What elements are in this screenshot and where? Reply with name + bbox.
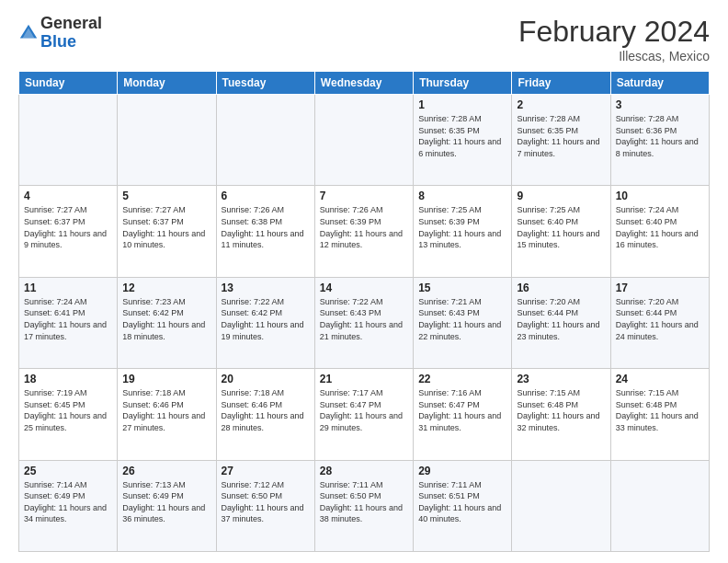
day-number: 11 [24,282,112,294]
day-number: 17 [616,282,704,294]
week-row-0: 1Sunrise: 7:28 AMSunset: 6:35 PMDaylight… [19,95,710,186]
calendar-cell: 22Sunrise: 7:16 AMSunset: 6:47 PMDayligh… [414,369,512,460]
weekday-header-monday: Monday [118,72,216,95]
day-number: 22 [418,373,506,385]
day-info: Sunrise: 7:23 AMSunset: 6:42 PMDaylight:… [122,296,210,342]
week-row-1: 4Sunrise: 7:27 AMSunset: 6:37 PMDaylight… [19,186,710,277]
calendar-cell: 25Sunrise: 7:14 AMSunset: 6:49 PMDayligh… [19,460,118,551]
day-number: 12 [122,282,210,294]
calendar-cell: 16Sunrise: 7:20 AMSunset: 6:44 PMDayligh… [512,277,610,368]
weekday-header-wednesday: Wednesday [314,72,413,95]
weekday-header-tuesday: Tuesday [216,72,314,95]
calendar-cell [610,460,709,551]
weekday-header-thursday: Thursday [414,72,512,95]
weekday-header-saturday: Saturday [610,72,709,95]
calendar-cell: 19Sunrise: 7:18 AMSunset: 6:46 PMDayligh… [118,369,216,460]
calendar-cell: 1Sunrise: 7:28 AMSunset: 6:35 PMDaylight… [414,95,512,186]
day-info: Sunrise: 7:12 AMSunset: 6:50 PMDaylight:… [222,479,310,525]
day-info: Sunrise: 7:15 AMSunset: 6:48 PMDaylight:… [517,387,605,433]
calendar-cell: 8Sunrise: 7:25 AMSunset: 6:39 PMDaylight… [414,186,512,277]
day-number: 9 [517,190,605,202]
day-info: Sunrise: 7:26 AMSunset: 6:38 PMDaylight:… [222,204,310,250]
logo-blue-text: Blue [40,32,76,51]
month-year: February 2024 [518,15,710,49]
day-info: Sunrise: 7:18 AMSunset: 6:46 PMDaylight:… [222,387,310,433]
day-info: Sunrise: 7:28 AMSunset: 6:35 PMDaylight:… [418,113,506,159]
location: Illescas, Mexico [518,49,710,63]
calendar-page: General Blue February 2024 Illescas, Mex… [0,0,728,563]
day-number: 18 [24,373,112,385]
calendar-header: SundayMondayTuesdayWednesdayThursdayFrid… [19,72,710,95]
day-info: Sunrise: 7:28 AMSunset: 6:35 PMDaylight:… [517,113,605,159]
calendar-cell: 21Sunrise: 7:17 AMSunset: 6:47 PMDayligh… [314,369,413,460]
day-info: Sunrise: 7:27 AMSunset: 6:37 PMDaylight:… [24,204,112,250]
header: General Blue February 2024 Illescas, Mex… [18,15,710,63]
calendar-cell: 13Sunrise: 7:22 AMSunset: 6:42 PMDayligh… [216,277,314,368]
day-info: Sunrise: 7:21 AMSunset: 6:43 PMDaylight:… [418,296,506,342]
day-info: Sunrise: 7:20 AMSunset: 6:44 PMDaylight:… [616,296,704,342]
day-number: 21 [320,373,408,385]
day-number: 15 [418,282,506,294]
calendar-cell: 3Sunrise: 7:28 AMSunset: 6:36 PMDaylight… [610,95,709,186]
day-info: Sunrise: 7:20 AMSunset: 6:44 PMDaylight:… [517,296,605,342]
day-number: 13 [222,282,310,294]
day-info: Sunrise: 7:27 AMSunset: 6:37 PMDaylight:… [122,204,210,250]
day-number: 7 [320,190,408,202]
day-info: Sunrise: 7:16 AMSunset: 6:47 PMDaylight:… [418,387,506,433]
calendar-cell: 29Sunrise: 7:11 AMSunset: 6:51 PMDayligh… [414,460,512,551]
calendar-cell: 17Sunrise: 7:20 AMSunset: 6:44 PMDayligh… [610,277,709,368]
day-info: Sunrise: 7:14 AMSunset: 6:49 PMDaylight:… [24,479,112,525]
calendar-cell [512,460,610,551]
day-info: Sunrise: 7:25 AMSunset: 6:40 PMDaylight:… [517,204,605,250]
day-info: Sunrise: 7:19 AMSunset: 6:45 PMDaylight:… [24,387,112,433]
calendar-cell: 26Sunrise: 7:13 AMSunset: 6:49 PMDayligh… [118,460,216,551]
calendar-cell: 12Sunrise: 7:23 AMSunset: 6:42 PMDayligh… [118,277,216,368]
calendar-cell: 9Sunrise: 7:25 AMSunset: 6:40 PMDaylight… [512,186,610,277]
day-number: 10 [616,190,704,202]
calendar-cell: 5Sunrise: 7:27 AMSunset: 6:37 PMDaylight… [118,186,216,277]
title-block: February 2024 Illescas, Mexico [518,15,710,63]
day-info: Sunrise: 7:28 AMSunset: 6:36 PMDaylight:… [616,113,704,159]
calendar-cell: 27Sunrise: 7:12 AMSunset: 6:50 PMDayligh… [216,460,314,551]
day-number: 23 [517,373,605,385]
day-info: Sunrise: 7:17 AMSunset: 6:47 PMDaylight:… [320,387,408,433]
day-number: 27 [222,465,310,477]
day-number: 4 [24,190,112,202]
day-number: 14 [320,282,408,294]
calendar-cell: 6Sunrise: 7:26 AMSunset: 6:38 PMDaylight… [216,186,314,277]
day-number: 5 [122,190,210,202]
day-number: 29 [418,465,506,477]
calendar-cell: 28Sunrise: 7:11 AMSunset: 6:50 PMDayligh… [314,460,413,551]
day-info: Sunrise: 7:11 AMSunset: 6:51 PMDaylight:… [418,479,506,525]
day-number: 25 [24,465,112,477]
calendar-cell: 4Sunrise: 7:27 AMSunset: 6:37 PMDaylight… [19,186,118,277]
calendar-cell [118,95,216,186]
day-number: 2 [517,98,605,111]
day-number: 6 [222,190,310,202]
calendar-cell [314,95,413,186]
logo-icon [18,23,39,43]
weekday-row: SundayMondayTuesdayWednesdayThursdayFrid… [19,72,710,95]
day-info: Sunrise: 7:22 AMSunset: 6:42 PMDaylight:… [222,296,310,342]
calendar-cell: 11Sunrise: 7:24 AMSunset: 6:41 PMDayligh… [19,277,118,368]
day-number: 20 [222,373,310,385]
weekday-header-sunday: Sunday [19,72,118,95]
day-info: Sunrise: 7:24 AMSunset: 6:40 PMDaylight:… [616,204,704,250]
logo: General Blue [18,15,102,52]
day-number: 26 [122,465,210,477]
week-row-3: 18Sunrise: 7:19 AMSunset: 6:45 PMDayligh… [19,369,710,460]
day-info: Sunrise: 7:22 AMSunset: 6:43 PMDaylight:… [320,296,408,342]
day-info: Sunrise: 7:11 AMSunset: 6:50 PMDaylight:… [320,479,408,525]
calendar-cell: 15Sunrise: 7:21 AMSunset: 6:43 PMDayligh… [414,277,512,368]
day-info: Sunrise: 7:26 AMSunset: 6:39 PMDaylight:… [320,204,408,250]
calendar-cell: 23Sunrise: 7:15 AMSunset: 6:48 PMDayligh… [512,369,610,460]
calendar-cell [19,95,118,186]
week-row-4: 25Sunrise: 7:14 AMSunset: 6:49 PMDayligh… [19,460,710,551]
calendar-cell: 7Sunrise: 7:26 AMSunset: 6:39 PMDaylight… [314,186,413,277]
day-number: 28 [320,465,408,477]
day-number: 8 [418,190,506,202]
calendar-body: 1Sunrise: 7:28 AMSunset: 6:35 PMDaylight… [19,95,710,552]
week-row-2: 11Sunrise: 7:24 AMSunset: 6:41 PMDayligh… [19,277,710,368]
calendar-table: SundayMondayTuesdayWednesdayThursdayFrid… [18,71,710,552]
day-info: Sunrise: 7:15 AMSunset: 6:48 PMDaylight:… [616,387,704,433]
